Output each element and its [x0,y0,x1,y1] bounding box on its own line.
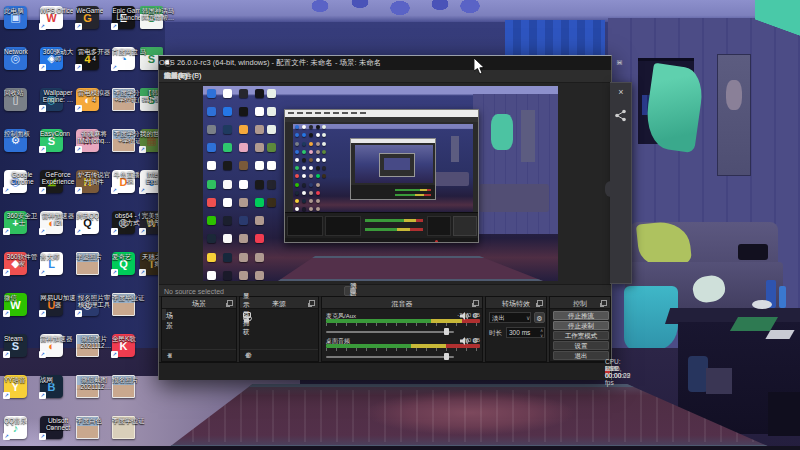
capture-mini-icon [316,158,320,162]
scene-list-item[interactable]: 场景 [162,309,166,320]
slider-handle[interactable] [444,328,449,335]
capture-mini-icon [207,161,216,170]
control-button-设置[interactable]: 设置 [553,341,609,350]
control-button-工作室模式[interactable]: 工作室模式 [553,331,609,340]
popout-icon[interactable] [309,300,315,306]
nested4-capture [384,158,410,170]
volume-slider[interactable] [326,353,456,360]
close-button[interactable]: × [611,56,628,70]
capture-mini-icon [239,180,248,189]
capture-mini-icon [223,234,232,243]
source-list-item[interactable]: 显示器捕获 [240,309,246,320]
desktop-icon-label: YY语音 [4,376,26,390]
mixer-dock: 混音器 麦克风/Aux-26.0 dB⚙桌面音频0.0 dB⚙ [321,296,483,362]
scenes-dock: 场景 场景 +−∧∨ [161,296,237,362]
popout-icon[interactable] [473,300,479,306]
capture-mini-icon [309,174,313,178]
wallpaper-bottom-edge [0,446,800,450]
desktop-icon-label: Ubisoft Connect [40,417,76,431]
transition-settings-button[interactable]: ⚙ [534,312,545,323]
sources-dock-header[interactable]: 来源 [240,297,318,309]
desktop-icon-label: Wallpaper Engine: … [40,89,76,103]
nested-obs-window [284,109,479,243]
control-button-退出[interactable]: 退出 [553,351,609,360]
close-icon[interactable]: × [610,87,632,97]
capture-mini-icon [223,253,232,262]
capture-cloth [491,114,513,150]
shortcut-arrow-icon: ↗ [111,228,118,235]
shortcut-arrow-icon: ↗ [111,64,118,71]
capture-mini-icon [255,143,264,152]
desktop-icon-label: 韩国神话马匹直播帮忙什… [140,7,176,21]
floating-side-toolbar[interactable]: × [610,82,632,284]
capture-poster [521,110,535,162]
control-button-停止录制[interactable]: 停止录制 [553,321,609,330]
duration-input[interactable]: 300 ms ∧∨ [506,327,545,338]
menu-帮助(H)[interactable]: 帮助(H) [159,71,193,81]
popout-icon[interactable] [227,300,233,306]
control-button-停止推流[interactable]: 停止推流 [553,311,609,320]
share-icon[interactable] [614,109,627,122]
desktop-icon-label: 雷神加速器(2) [40,212,76,226]
desktop-icon-label: 季度毕业证 [112,294,145,308]
obs-window[interactable]: OBS 26.0.0-rc3 (64-bit, windows) - 配置文件:… [158,55,612,380]
desktop-icon-label: 全民K歌 [112,335,136,349]
nested-obs-window-level3 [350,138,436,200]
capture-mini-icon [239,216,248,225]
wallpaper-poster-portrait [726,80,742,110]
sources-toolbar-∨[interactable]: ∨ [245,351,251,361]
popout-icon[interactable] [537,300,543,306]
shortcut-arrow-icon: ↗ [39,351,46,358]
spinner-icons[interactable]: ∧∨ [540,328,543,338]
capture-mini-icon [255,161,264,170]
controls-dock-header[interactable]: 控制 [550,297,610,309]
desktop-icon-label: 雀魂麻将 [Mahjong… [76,130,112,144]
capture-mini-icon [207,216,216,225]
capture-mini-icon [302,142,306,146]
desktop-icon-label: 雷神加速器 [40,335,73,349]
shortcut-arrow-icon: ↗ [3,392,10,399]
capture-mini-icon [223,89,232,98]
shortcut-arrow-icon: ↗ [111,187,118,194]
popout-icon[interactable] [601,300,607,306]
desktop-icon-label: 季度学位证 [112,417,145,431]
desktop-icon-label: 李盛照片 [76,253,102,267]
gear-icon[interactable]: ⚙ [472,337,478,345]
transitions-dock-header[interactable]: 转场特效 [486,297,546,309]
shortcut-arrow-icon: ↗ [139,146,146,153]
capture-mini-icon [322,174,326,178]
shortcut-arrow-icon: ↗ [3,433,10,440]
source-toolbar-button-滤镜[interactable]: 滤镜 [344,286,356,296]
slider-handle[interactable] [444,353,449,360]
obs-preview-area[interactable] [159,83,611,284]
desktop-icon-label: 爱奇艺 [112,253,132,267]
sources-dock: 来源 显示器捕获 +−⚙∧∨ [239,296,319,362]
shortcut-arrow-icon: ↗ [111,269,118,276]
desktop-icon-label: Steam [4,335,23,349]
scenes-toolbar-∨[interactable]: ∨ [167,351,173,361]
capture-mini-icon [255,216,264,225]
nested3-docks [351,185,435,199]
capture-mini-icon [255,107,264,116]
shortcut-arrow-icon: ↗ [139,187,146,194]
capture-mini-icon [316,133,320,137]
capture-mini-icon [309,133,313,137]
sources-dock-title: 来源 [240,299,318,309]
desktop-icon-label: 360驱动大师 [40,48,76,62]
shortcut-arrow-icon: ↗ [3,351,10,358]
transitions-dock: 转场特效 淡出 ∨ ⚙ 时长 300 ms ∧∨ [485,296,547,362]
mixer-dock-title: 混音器 [322,299,482,309]
gear-icon[interactable]: ⚙ [472,312,478,320]
toolbar-handle[interactable] [605,181,615,197]
obs-titlebar[interactable]: OBS 26.0.0-rc3 (64-bit, windows) - 配置文件:… [159,56,611,70]
mixer-dock-header[interactable]: 混音器 [322,297,482,309]
capture-mini-icon [302,207,306,211]
scenes-dock-header[interactable]: 场景 [162,297,236,309]
volume-slider[interactable] [326,328,456,335]
desktop-icon-label: 报名照片 [112,376,138,390]
capture-mini-icon [223,180,232,189]
capture-mini-icon [295,133,299,137]
transition-select[interactable]: 淡出 ∨ [489,312,531,323]
desktop-icon-label: EasyConn [40,130,70,144]
desktop-icon-label: 战网 [40,376,53,390]
